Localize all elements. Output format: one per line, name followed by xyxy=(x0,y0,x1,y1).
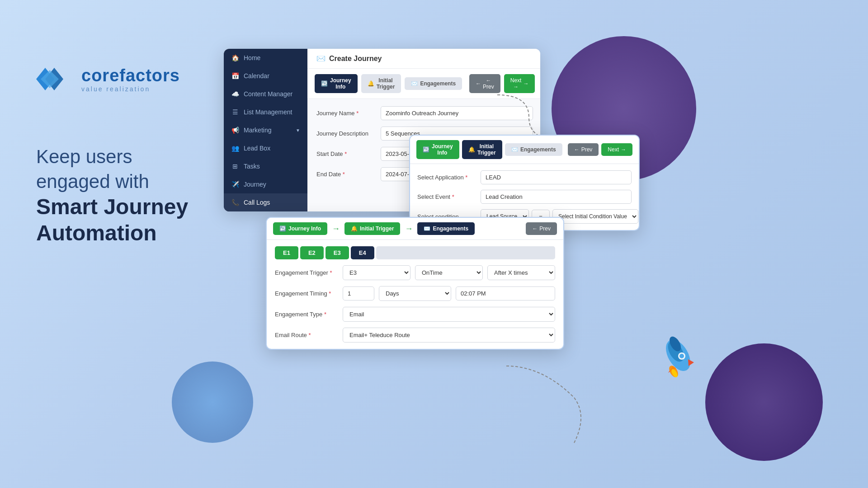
brand-tagline: value realization xyxy=(81,85,180,93)
step-icon: ↩️ xyxy=(423,146,429,153)
engagement-trigger-label: Engagement Trigger * xyxy=(275,269,338,276)
engagement-prev-button[interactable]: ← Prev xyxy=(526,222,557,235)
step-icon: ✉️ xyxy=(411,80,418,87)
sidebar-item-content-manager[interactable]: ☁️ Content Manager xyxy=(224,85,307,103)
engagement-tab-e1[interactable]: E1 xyxy=(275,246,298,259)
engagement-timing-label: Engagement Timing * xyxy=(275,290,338,297)
sidebar-item-call-logs[interactable]: 📞 Call Logs xyxy=(224,193,307,211)
engagement-type-dropdown[interactable]: Email xyxy=(343,307,555,322)
list-icon: ☰ xyxy=(231,108,239,116)
email-route-row: Email Route * Email+ Teleduce Route xyxy=(275,328,555,343)
header-title: Create Journey xyxy=(329,55,382,63)
sidebar-item-label: Lead Box xyxy=(244,145,270,152)
step-arrow-icon-2: → xyxy=(405,224,413,234)
timing-number-input[interactable] xyxy=(343,286,374,300)
trigger-step-journey-info[interactable]: ↩️ Journey Info xyxy=(416,140,459,159)
sidebar-item-label: Journey xyxy=(244,181,266,188)
headline-line1: Keep users engaged with xyxy=(36,145,235,194)
engagement-tab-e3[interactable]: E3 xyxy=(326,246,349,259)
trigger-prev-button[interactable]: ← Prev xyxy=(568,143,599,156)
svg-point-10 xyxy=(679,354,684,358)
connector-dashed-arc xyxy=(497,361,588,452)
eng-step-journey-info[interactable]: ↩️ Journey Info xyxy=(273,222,327,235)
engagement-trigger-dropdown[interactable]: E3 xyxy=(343,265,410,280)
bg-decoration-purple2 xyxy=(705,343,823,461)
eng-step-initial-trigger[interactable]: 🔔 Initial Trigger xyxy=(344,222,400,235)
headline-bold: Smart Journey Automation xyxy=(36,194,235,246)
sidebar-item-label: Home xyxy=(244,54,260,61)
step-initial-trigger[interactable]: 🔔 Initial Trigger xyxy=(361,74,401,93)
engagement-type-label: Engagement Type * xyxy=(275,311,338,318)
logo-text: corefactors value realization xyxy=(81,66,180,93)
engagement-trigger-row: Engagement Trigger * E3 OnTime After X t… xyxy=(275,265,555,280)
sidebar-item-tasks[interactable]: ⊞ Tasks xyxy=(224,157,307,175)
step-icon: 🔔 xyxy=(351,225,358,232)
sidebar: 🏠 Home 📅 Calendar ☁️ Content Manager ☰ L… xyxy=(224,49,307,211)
step-icon: 🔔 xyxy=(468,146,475,153)
trigger-step-initial-trigger[interactable]: 🔔 Initial Trigger xyxy=(462,140,502,159)
sidebar-item-calendar[interactable]: 📅 Calendar xyxy=(224,67,307,85)
journey-desc-label: Journey Description xyxy=(316,130,375,137)
select-event-row: Select Event * Lead Creation xyxy=(417,190,632,204)
select-app-label: Select Application * xyxy=(417,174,476,181)
step-icon: ✉️ xyxy=(511,146,518,153)
engagement-time-dropdown[interactable]: OnTime xyxy=(415,265,483,280)
corefactors-logo-icon xyxy=(36,63,72,95)
next-arrow-icon: → xyxy=(523,80,528,87)
select-app-dropdown[interactable]: LEAD xyxy=(481,170,632,184)
journey-icon: ✈️ xyxy=(231,181,239,188)
select-event-label: Select Event * xyxy=(417,193,476,200)
condition-value-dropdown[interactable]: Select Initial Condition Value xyxy=(552,209,638,224)
step-journey-info[interactable]: ↩️ Journey Info xyxy=(315,74,358,93)
step-engagements[interactable]: ✉️ Engagements xyxy=(405,77,462,90)
engagement-tab-e4[interactable]: E4 xyxy=(351,246,374,259)
step-icon: ↩️ xyxy=(321,80,328,87)
timing-unit-dropdown[interactable]: Days xyxy=(379,286,451,301)
sidebar-item-label: Calendar xyxy=(244,72,269,80)
engagement-tabs: E1 E2 E3 E4 xyxy=(275,246,555,259)
eng-step-engagements[interactable]: ✉️ Engagements xyxy=(417,222,475,235)
calendar-icon: 📅 xyxy=(231,72,239,80)
sidebar-item-list-management[interactable]: ☰ List Management xyxy=(224,103,307,121)
select-app-row: Select Application * LEAD xyxy=(417,170,632,184)
engagement-tab-e2[interactable]: E2 xyxy=(300,246,324,259)
engagement-tab-empty xyxy=(376,246,555,259)
sidebar-item-marketing[interactable]: 📢 Marketing ▼ xyxy=(224,121,307,139)
trigger-next-button[interactable]: Next → xyxy=(601,143,632,156)
sidebar-item-label: Call Logs xyxy=(244,199,270,206)
end-date-label: End Date * xyxy=(316,171,375,178)
header-icon: ✉️ xyxy=(316,54,326,63)
svg-marker-8 xyxy=(688,359,694,366)
tasks-icon: ⊞ xyxy=(231,163,239,170)
trigger-step-nav: ↩️ Journey Info 🔔 Initial Trigger ✉️ Eng… xyxy=(410,136,639,164)
engagement-form-body: E1 E2 E3 E4 Engagement Trigger * E3 OnTi… xyxy=(267,240,563,349)
email-route-dropdown[interactable]: Email+ Teleduce Route xyxy=(343,328,555,343)
lead-box-icon: 👥 xyxy=(231,145,239,152)
marketing-icon: 📢 xyxy=(231,127,239,134)
card-header: ✉️ Create Journey xyxy=(307,49,540,69)
bg-decoration-blue xyxy=(172,361,253,443)
rocket-decoration xyxy=(651,330,710,389)
engagement-step-nav: ↩️ Journey Info → 🔔 Initial Trigger → ✉️… xyxy=(267,218,563,240)
sidebar-item-label: Content Manager xyxy=(244,90,292,98)
journey-name-label: Journey Name * xyxy=(316,110,375,117)
prev-arrow-icon: ← xyxy=(476,80,481,87)
select-event-dropdown[interactable]: Lead Creation xyxy=(481,190,632,204)
logo-area: corefactors value realization xyxy=(36,63,180,95)
home-icon: 🏠 xyxy=(231,54,239,61)
step-icon: ✉️ xyxy=(424,225,430,232)
email-route-label: Email Route * xyxy=(275,332,338,338)
sidebar-item-label: List Management xyxy=(244,108,292,116)
brand-name: corefactors xyxy=(81,66,180,85)
step-icon: 🔔 xyxy=(368,80,374,87)
sidebar-item-home[interactable]: 🏠 Home xyxy=(224,49,307,67)
cloud-icon: ☁️ xyxy=(231,90,239,98)
engagement-freq-dropdown[interactable]: After X times xyxy=(487,265,555,280)
sidebar-item-lead-box[interactable]: 👥 Lead Box xyxy=(224,139,307,157)
timing-time-input[interactable] xyxy=(456,286,555,300)
start-date-label: Start Date * xyxy=(316,150,375,157)
sidebar-item-label: Marketing xyxy=(244,127,271,134)
engagement-type-row: Engagement Type * Email xyxy=(275,307,555,322)
sidebar-item-journey[interactable]: ✈️ Journey xyxy=(224,175,307,193)
trigger-step-engagements[interactable]: ✉️ Engagements xyxy=(505,143,562,156)
